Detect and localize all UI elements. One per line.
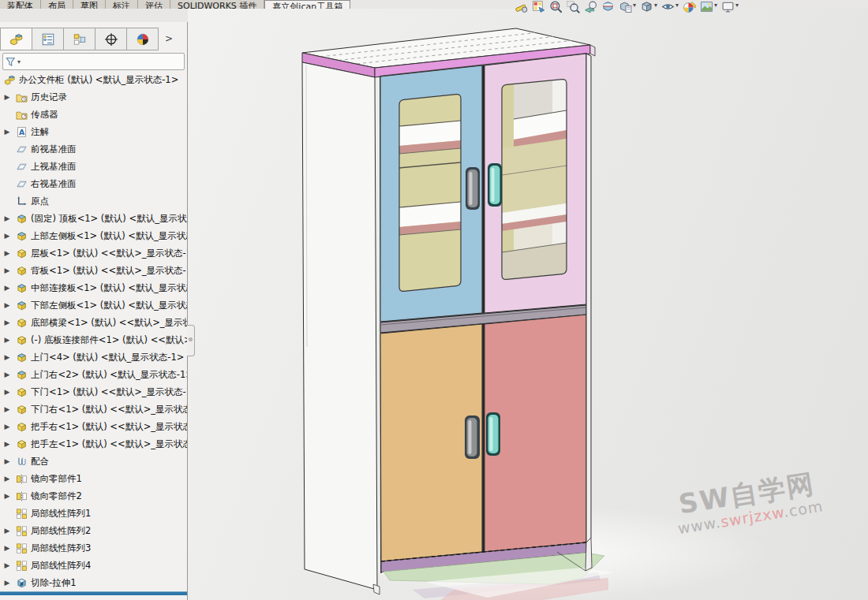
command-tab[interactable]: SOLIDWORKS 插件 [170, 0, 264, 9]
tree-item[interactable]: ▶层板<1> (默认) <<默认>_显示状态-1> [0, 244, 187, 262]
tree-item[interactable]: ▶上门右<2> (默认) <默认_显示状态-1> [0, 366, 187, 383]
expand-arrow-icon[interactable]: ▶ [0, 232, 14, 240]
command-tab[interactable]: 标注 [106, 0, 138, 9]
tree-item[interactable]: 前视基准面 [0, 140, 187, 158]
view-orientation-icon[interactable]: ▾ [640, 0, 657, 13]
measure-icon[interactable] [514, 0, 528, 13]
expand-arrow-icon[interactable]: ▶ [0, 214, 14, 222]
command-tab[interactable]: 评估 [138, 0, 170, 9]
tree-item[interactable]: ▶局部线性阵列2 [0, 522, 187, 539]
filter-box[interactable]: ▾ [2, 53, 185, 70]
handle-upper-right[interactable] [488, 163, 502, 207]
handle-lower-right[interactable] [486, 412, 500, 456]
tree-item[interactable]: ▶(-) 底板连接部件<1> (默认) <<默认>_显示状态-1> [0, 331, 187, 348]
expand-arrow-icon[interactable]: ▶ [0, 440, 14, 448]
expand-arrow-icon[interactable]: ▶ [0, 93, 14, 101]
expand-arrow-icon[interactable]: ▶ [0, 492, 14, 500]
tree-item[interactable]: 右视基准面 [0, 175, 187, 192]
tree-item[interactable]: ▶上门<4> (默认) <默认_显示状态-1> [0, 348, 187, 366]
dropdown-caret-icon[interactable]: ▾ [654, 0, 657, 11]
tree-item[interactable]: 上视基准面 [0, 158, 187, 175]
view-settings-icon[interactable]: ▾ [721, 0, 739, 13]
tree-item[interactable]: ▶上部左侧板<1> (默认) <默认_显示状态-1> [0, 227, 187, 244]
tree-item[interactable]: ▶(固定) 顶板<1> (默认) <默认_显示状态-1> [0, 210, 187, 227]
dropdown-caret-icon[interactable]: ▾ [675, 0, 679, 11]
expand-arrow-icon[interactable]: ▶ [0, 371, 14, 378]
tree-item[interactable]: ▶中部连接板<1> (默认) <默认_显示状态-1> [0, 279, 187, 296]
dropdown-caret-icon[interactable]: ▾ [633, 0, 636, 11]
expand-arrow-icon[interactable]: ▶ [0, 561, 14, 569]
right-side-edge[interactable] [586, 54, 591, 542]
handle-lower-left[interactable] [465, 416, 480, 459]
featuremanager-tab[interactable] [0, 28, 32, 50]
display-style-icon[interactable]: ▾ [619, 0, 636, 13]
tree-item[interactable]: 传感器 [0, 106, 187, 123]
dimxpert-tab[interactable] [95, 28, 127, 50]
command-tab[interactable]: 嘉立创ican工具箱 [264, 0, 350, 9]
upper-left-door-glass[interactable] [393, 88, 466, 296]
tree-item[interactable]: 局部线性阵列1 [0, 505, 187, 522]
expand-arrow-icon[interactable]: ▶ [0, 527, 14, 535]
tree-item[interactable]: 办公文件柜 (默认) <默认_显示状态-1> [0, 71, 187, 88]
tree-item[interactable]: ▶局部线性阵列3 [0, 539, 187, 557]
tree-item[interactable]: ▶下门<1> (默认) <<默认>_显示状态-1> [0, 383, 187, 401]
handle-upper-left[interactable] [466, 167, 480, 210]
expand-arrow-icon[interactable]: ▶ [0, 579, 14, 587]
propertymanager-tab[interactable] [32, 28, 64, 50]
tree-item[interactable]: ▶局部线性阵列4 [0, 557, 187, 574]
tree-item[interactable]: 原点 [0, 192, 187, 210]
tree-item-label: 前视基准面 [31, 143, 77, 155]
expand-arrow-icon[interactable]: ▶ [0, 388, 14, 396]
previous-view-icon[interactable] [584, 0, 597, 13]
expand-panel-button[interactable]: > [159, 28, 179, 49]
tree-item[interactable]: ▶切除-拉伸1 [0, 574, 187, 591]
filter-input[interactable] [21, 56, 184, 67]
panel-splitter[interactable] [187, 325, 195, 356]
graphics-area[interactable]: SW自学网 www.swrjzxw.com [188, 9, 868, 600]
expand-arrow-icon[interactable]: ▶ [0, 249, 14, 257]
tree-item[interactable]: ▶下门右<1> (默认) <<默认>_显示状态-1> [0, 401, 187, 418]
tree-item[interactable]: ▶历史记录 [0, 88, 187, 106]
expand-arrow-icon[interactable]: ▶ [0, 319, 14, 326]
expand-arrow-icon[interactable]: ▶ [0, 457, 14, 465]
tree-item[interactable]: ▶把手右<1> (默认) <<默认>_显示状态-1> [0, 418, 187, 435]
tree-item-label: 上门右<2> (默认) <默认_显示状态-1> [31, 369, 187, 381]
expand-arrow-icon[interactable]: ▶ [0, 423, 14, 430]
hide-show-items-icon[interactable]: ▾ [661, 0, 679, 13]
tree-item[interactable]: ▶镜向零部件1 [0, 470, 187, 487]
rollback-bar[interactable] [0, 591, 187, 595]
tree-item[interactable]: ▶底部横梁<1> (默认) <<默认>_显示状态-1> [0, 314, 187, 331]
cabinet-model[interactable] [188, 16, 868, 600]
tree-item-label: 右视基准面 [31, 178, 77, 190]
tree-item[interactable]: ▶把手左<1> (默认) <<默认>_显示状态-1> [0, 435, 187, 453]
edit-appearance-icon[interactable] [683, 0, 696, 13]
command-tab[interactable]: 布局 [41, 0, 73, 9]
expand-arrow-icon[interactable]: ▶ [0, 301, 14, 309]
command-tab[interactable]: 草图 [73, 0, 106, 9]
command-tab[interactable]: 装配体 [0, 0, 41, 9]
expand-arrow-icon[interactable]: ▶ [0, 475, 14, 483]
left-side-panel[interactable] [302, 62, 377, 590]
section-view-icon[interactable] [601, 0, 615, 13]
expand-arrow-icon[interactable]: ▶ [0, 266, 14, 274]
apply-scene-icon[interactable]: ▾ [700, 0, 717, 13]
zoom-area-icon[interactable] [567, 0, 580, 13]
expand-arrow-icon[interactable]: ▶ [0, 284, 14, 292]
configurationmanager-tab[interactable] [64, 28, 95, 50]
displaymanager-tab[interactable] [127, 28, 159, 50]
upper-right-door-glass[interactable] [500, 77, 568, 282]
dropdown-caret-icon[interactable]: ▾ [714, 0, 717, 11]
expand-arrow-icon[interactable]: ▶ [0, 353, 14, 361]
tree-item[interactable]: ▶A注解 [0, 123, 187, 140]
expand-arrow-icon[interactable]: ▶ [0, 405, 14, 413]
zoom-fit-icon[interactable] [549, 0, 563, 13]
dropdown-caret-icon[interactable]: ▾ [735, 0, 739, 11]
expand-arrow-icon[interactable]: ▶ [0, 128, 14, 136]
expand-arrow-icon[interactable]: ▶ [0, 544, 14, 552]
mass-properties-icon[interactable] [532, 0, 545, 13]
tree-item[interactable]: ▶配合 [0, 453, 187, 470]
tree-item[interactable]: ▶镜向零部件2 [0, 487, 187, 505]
tree-item[interactable]: ▶下部左侧板<1> (默认) <默认_显示状态-1> [0, 296, 187, 314]
expand-arrow-icon[interactable]: ▶ [0, 336, 14, 344]
tree-item[interactable]: ▶背板<1> (默认) <<默认>_显示状态-1> [0, 262, 187, 279]
